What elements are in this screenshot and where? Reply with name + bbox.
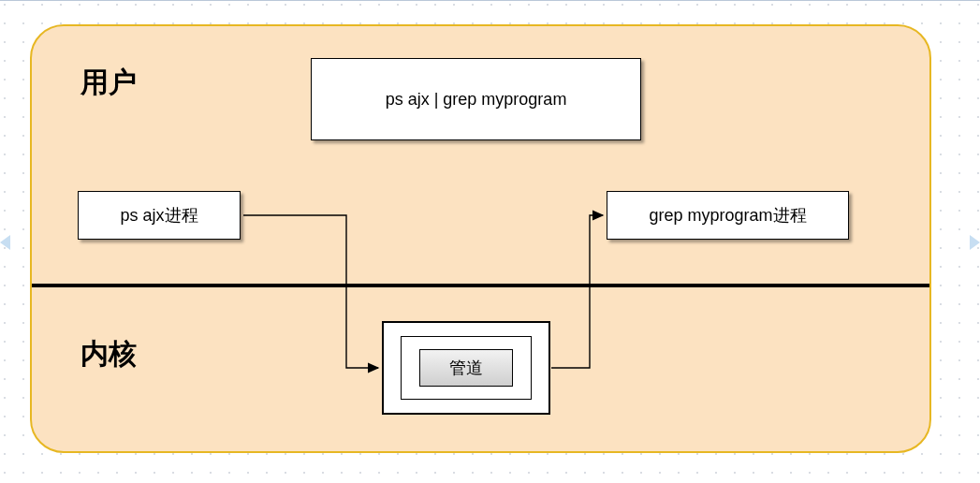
user-space-label: 用户 [80, 64, 137, 102]
pipe-label: 管道 [449, 357, 483, 379]
page-arrow-left-icon [0, 235, 10, 250]
ps-process-text: ps ajx进程 [120, 204, 197, 227]
pipe-box-outer: 管道 [382, 321, 550, 415]
ps-process-box: ps ajx进程 [78, 191, 241, 240]
command-box: ps ajx | grep myprogram [311, 58, 641, 140]
kernel-space-label: 内核 [80, 335, 137, 373]
page-arrow-right-icon [970, 235, 980, 250]
pipe-box-inner: 管道 [419, 349, 513, 387]
user-kernel-divider [32, 284, 929, 287]
command-text: ps ajx | grep myprogram [386, 90, 567, 110]
grep-process-box: grep myprogram进程 [607, 191, 849, 240]
grep-process-text: grep myprogram进程 [649, 204, 806, 227]
page-edge [0, 0, 980, 1]
